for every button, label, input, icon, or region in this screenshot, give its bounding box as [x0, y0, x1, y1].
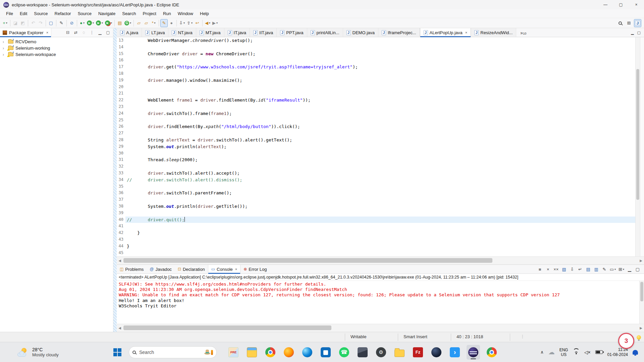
- line-number[interactable]: 32: [117, 163, 125, 170]
- next-annotation-button[interactable]: ⇩▾: [178, 19, 186, 27]
- taskbar-app-file-explorer[interactable]: [245, 345, 259, 360]
- previous-annotation-button[interactable]: ⇧▾: [186, 19, 194, 27]
- menu-file[interactable]: File: [3, 9, 16, 18]
- view-menu-button[interactable]: ⋮: [89, 30, 95, 35]
- taskbar-app-pre-app[interactable]: PRE: [227, 345, 240, 360]
- new-java-class-button[interactable]: G▾: [123, 19, 132, 27]
- menu-help[interactable]: Help: [197, 9, 212, 18]
- line-number[interactable]: 42: [117, 230, 125, 236]
- show-stdout-button[interactable]: ▤: [585, 265, 592, 273]
- minimize-view-button[interactable]: ▁: [97, 30, 103, 35]
- minimize-editor-icon[interactable]: ▁: [631, 31, 634, 35]
- code-line-36[interactable]: 36 driver.switchTo().parentFrame();: [117, 190, 635, 196]
- open-resource-button[interactable]: ▱: [143, 19, 150, 27]
- forward-button-dropdown-icon[interactable]: ▾: [216, 21, 218, 24]
- profile-button-dropdown-icon[interactable]: ▾: [102, 21, 103, 24]
- menu-edit[interactable]: Edit: [16, 9, 31, 18]
- line-number[interactable]: 36: [117, 190, 125, 196]
- new-java-class-button-dropdown-icon[interactable]: ▾: [130, 21, 131, 24]
- back-button-dropdown-icon[interactable]: ▾: [209, 21, 210, 24]
- console-tab-problems[interactable]: ◫Problems: [117, 265, 147, 274]
- weather-widget[interactable]: 28°C Mostly cloudy: [0, 347, 111, 357]
- line-number[interactable]: 17: [117, 64, 125, 70]
- pin-editor-button[interactable]: ✎: [58, 19, 65, 27]
- console-vertical-scrollbar[interactable]: [639, 281, 644, 324]
- line-number[interactable]: 24: [117, 110, 125, 117]
- line-number[interactable]: 28: [117, 137, 125, 143]
- console-horizontal-scrollbar[interactable]: ◀ ▶: [117, 324, 644, 332]
- taskbar-app-firefox[interactable]: [282, 345, 296, 360]
- tree-item-rcvdemo[interactable]: ›JRCVDemo: [0, 39, 113, 45]
- redo-button[interactable]: ↷: [37, 19, 44, 27]
- taskbar-app-dark-cube-app[interactable]: [356, 345, 369, 360]
- code-line-14[interactable]: 14: [117, 44, 635, 51]
- code-line-17[interactable]: 17 driver.get("https://www.w3schools.com…: [117, 64, 635, 70]
- lightbulb-icon[interactable]: [637, 335, 641, 340]
- code-line-26[interactable]: 26 driver.findElement(By.xpath("/html/bo…: [117, 123, 635, 130]
- code-line-37[interactable]: 37: [117, 196, 635, 203]
- open-perspective-button[interactable]: ⊞: [625, 19, 633, 27]
- line-number[interactable]: 41: [117, 223, 125, 230]
- scrollbar-thumb[interactable]: [123, 325, 331, 330]
- code-line-35[interactable]: 35: [117, 183, 635, 190]
- java-perspective-button[interactable]: J: [634, 19, 641, 27]
- back-button[interactable]: ◀▾: [204, 19, 211, 27]
- new-java-project-button[interactable]: ▤: [116, 19, 123, 27]
- maximize-view-button[interactable]: ▢: [634, 265, 641, 273]
- remove-launch-button[interactable]: ×: [544, 265, 552, 273]
- battery-icon[interactable]: [595, 350, 603, 354]
- scroll-left-icon[interactable]: ◀: [117, 326, 123, 330]
- code-line-33[interactable]: 33 driver.switchTo().alert().accept();: [117, 170, 635, 177]
- code-line-22[interactable]: 22 WebElement frame1 = driver.findElemen…: [117, 97, 635, 104]
- taskbar-app-settings[interactable]: ⚙: [374, 345, 388, 360]
- minimize-view-button[interactable]: ▁: [626, 265, 633, 273]
- show-stderr-button[interactable]: ▥: [593, 265, 600, 273]
- console-tab-console[interactable]: ▭Console×: [208, 265, 240, 274]
- scroll-right-icon[interactable]: ▶: [638, 326, 644, 330]
- link-with-editor-button[interactable]: ⇄: [73, 30, 79, 35]
- screenshot-counter-badge[interactable]: 3: [618, 333, 634, 349]
- editor-tab-a-java[interactable]: JA.java: [117, 28, 142, 37]
- line-number[interactable]: 33: [117, 170, 125, 177]
- code-line-19[interactable]: 19 driver.manage().window().maximize();: [117, 77, 635, 84]
- editor-tab-lt-java[interactable]: JLT.java: [142, 28, 168, 37]
- line-number[interactable]: 31: [117, 157, 125, 163]
- chevron-right-icon[interactable]: ›: [3, 52, 7, 57]
- editor-tab-demo-java[interactable]: JDEMO.java: [343, 28, 378, 37]
- open-element-button[interactable]: ▢: [47, 19, 55, 27]
- display-console-button-dropdown-icon[interactable]: ▾: [614, 268, 616, 271]
- onedrive-icon[interactable]: ☁: [548, 348, 555, 356]
- code-line-41[interactable]: 41: [117, 223, 635, 230]
- word-wrap-button[interactable]: ↵: [577, 265, 584, 273]
- console-tab-javadoc[interactable]: @Javadoc: [147, 265, 175, 274]
- debug-button-dropdown-icon[interactable]: ▾: [83, 21, 85, 24]
- run-button[interactable]: ▶▾: [86, 19, 95, 27]
- editor-tab-iit-java[interactable]: JIIT.java: [250, 28, 277, 37]
- coverage-button[interactable]: ▶▾: [104, 19, 113, 27]
- line-number[interactable]: 45: [117, 250, 125, 256]
- collapse-all-button[interactable]: ⊟: [65, 30, 71, 35]
- taskbar-app-dark-sphere-app[interactable]: [430, 345, 443, 360]
- code-line-13[interactable]: 13 WebDriverManager.chromedriver().setup…: [117, 37, 635, 44]
- close-tab-icon[interactable]: ×: [235, 267, 237, 271]
- editor-tab-printalllin-[interactable]: JprintAllLin...: [307, 28, 343, 37]
- line-number[interactable]: 14: [117, 44, 125, 51]
- new-button[interactable]: +▾: [1, 19, 9, 27]
- code-line-42[interactable]: 42 }: [117, 230, 635, 236]
- menu-navigate[interactable]: Navigate: [95, 9, 119, 18]
- debug-button[interactable]: ●▾: [78, 19, 86, 27]
- line-number[interactable]: 16: [117, 57, 125, 64]
- code-pane[interactable]: 13 WebDriverManager.chromedriver().setup…: [117, 37, 635, 256]
- code-line-29[interactable]: 29 System.out.println(alertText);: [117, 143, 635, 150]
- start-button[interactable]: [111, 345, 124, 360]
- code-line-27[interactable]: 27: [117, 130, 635, 137]
- taskbar-search[interactable]: Search: [129, 346, 217, 358]
- taskbar-app-edge[interactable]: [301, 345, 314, 360]
- line-number[interactable]: 27: [117, 130, 125, 137]
- last-edit-location-button[interactable]: ↩: [194, 19, 201, 27]
- insert-mode-status[interactable]: Smart Insert: [404, 334, 427, 339]
- tree-item-selenium-working[interactable]: ›JSelenium-working: [0, 45, 113, 51]
- editor-tab-iframeprojec-[interactable]: JIframeProjec...: [378, 28, 420, 37]
- code-line-28[interactable]: 28 String alertText = driver.switchTo().…: [117, 137, 635, 143]
- editor-vertical-scrollbar[interactable]: [635, 37, 640, 256]
